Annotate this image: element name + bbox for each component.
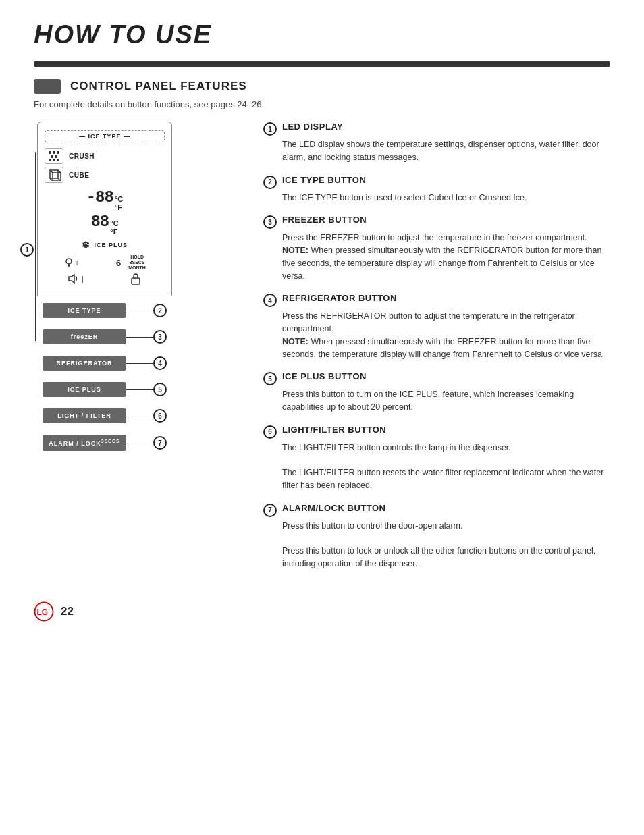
ice-plus-button[interactable]: ICE PLUS: [43, 382, 126, 397]
badge-4: 4: [153, 356, 167, 370]
temp-row-1: -88 °C °F: [45, 188, 165, 211]
svg-rect-2: [57, 151, 59, 154]
badge-1: 1: [20, 243, 34, 257]
feature-desc-7: Press this button to control the door-op…: [282, 520, 617, 570]
ice-type-section: — ICE TYPE —: [45, 130, 165, 142]
feature-header-1: 1 LED DISPLAY: [263, 122, 617, 136]
callout-line-2: [126, 311, 153, 311]
control-panel-diagram: — ICE TYPE —: [37, 122, 172, 460]
feature-desc-5: Press this button to turn on the ICE PLU…: [282, 388, 617, 414]
note-text-4: When pressed simultaneously with the FRE…: [282, 337, 604, 359]
section-header: CONTROL PANEL FEATURES: [34, 79, 610, 94]
filter-icon: 6: [115, 257, 126, 268]
callout-line-4: [126, 363, 153, 364]
svg-marker-12: [69, 275, 74, 283]
svg-point-8: [66, 259, 72, 264]
refrigerator-button[interactable]: REFRIGERATOR: [43, 356, 126, 371]
page-header: HOW TO USE: [0, 0, 644, 56]
callout-line-5: [126, 389, 153, 390]
feature-header-5: 5 ICE PLUS BUTTON: [263, 371, 617, 385]
feature-badge-2: 2: [263, 176, 277, 189]
cube-icon-box: [45, 167, 63, 183]
feature-ice-plus: 5 ICE PLUS BUTTON Press this button to t…: [263, 371, 617, 414]
crush-label: CRUSH: [69, 153, 95, 160]
crush-item: CRUSH: [45, 148, 165, 164]
feature-header-4: 4 REFRIGERATOR BUTTON: [263, 293, 617, 307]
feature-led-display: 1 LED DISPLAY The LED display shows the …: [263, 122, 617, 164]
temp2-digits: 88: [90, 213, 109, 231]
feature-badge-4: 4: [263, 294, 277, 307]
main-content: 1 — ICE TYPE —: [20, 122, 624, 581]
svg-text:6: 6: [116, 258, 121, 268]
filter-icon-group: 6 HOLD 3SECS MONTH: [115, 254, 146, 270]
feature-title-2: ICE TYPE BUTTON: [282, 175, 366, 185]
svg-rect-7: [57, 159, 59, 161]
svg-rect-1: [53, 151, 55, 154]
callout-line-7: [126, 443, 153, 443]
page-number: 22: [61, 605, 74, 618]
svg-rect-4: [55, 155, 57, 158]
light-filter-btn-row: LIGHT / FILTER 6: [43, 408, 167, 423]
feature-freezer: 3 FREEZER BUTTON Press the FREEZER butto…: [263, 215, 617, 282]
freezer-button[interactable]: freezER: [43, 329, 126, 344]
note-label-3: NOTE:: [282, 246, 308, 255]
temp1-units: °C °F: [115, 195, 123, 211]
left-panel: 1 — ICE TYPE —: [20, 122, 236, 581]
ice-type-button[interactable]: ICE TYPE: [43, 303, 126, 318]
note-text-3: When pressed simultaneously with the REF…: [282, 246, 601, 281]
feature-desc-2: The ICE TYPE button is used to select Cu…: [282, 192, 617, 205]
temp-row-2: 88 °C °F: [45, 213, 165, 236]
section-header-bar: [34, 79, 61, 94]
feature-refrigerator: 4 REFRIGERATOR BUTTON Press the REFRIGER…: [263, 293, 617, 360]
crush-icon-box: [45, 148, 63, 164]
temp1-digits: -88: [86, 188, 113, 207]
badge-7: 7: [153, 436, 167, 450]
cube-label: CUBE: [69, 171, 89, 179]
feature-title-4: REFRIGERATOR BUTTON: [282, 293, 397, 303]
lg-logo-icon: LG: [34, 601, 54, 622]
snowflake-icon: ❄: [82, 240, 90, 250]
callout-line-6: [126, 416, 153, 416]
feature-title-6: LIGHT/FILTER BUTTON: [282, 425, 386, 435]
feature-badge-3: 3: [263, 215, 277, 229]
light-filter-button[interactable]: LIGHT / FILTER: [43, 408, 126, 423]
subtitle-text: For complete details on button functions…: [34, 99, 610, 109]
feature-ice-type: 2 ICE TYPE BUTTON The ICE TYPE button is…: [263, 175, 617, 205]
buttons-area: ICE TYPE 2 freezER 3 REFRIGERATOR: [37, 296, 172, 460]
badge-6: 6: [153, 409, 167, 423]
svg-rect-6: [53, 159, 55, 161]
feature-desc-4: Press the REFRIGERATOR button to adjust …: [282, 310, 617, 360]
svg-rect-3: [51, 155, 53, 158]
bottom-icons-row2: |: [45, 273, 165, 285]
header-bar: [34, 61, 610, 67]
feature-title-3: FREEZER BUTTON: [282, 215, 367, 225]
lock-icon: [130, 273, 142, 285]
callout-line-3: [126, 337, 153, 338]
feature-badge-6: 6: [263, 425, 277, 439]
cube-item: CUBE: [45, 167, 165, 183]
feature-title-7: ALARM/LOCK BUTTON: [282, 503, 385, 513]
feature-title-5: ICE PLUS BUTTON: [282, 371, 367, 381]
feature-badge-7: 7: [263, 504, 277, 517]
lock-icon-group: [130, 273, 142, 285]
light-icon-group: |: [63, 257, 78, 268]
light-bulb-icon: [63, 257, 74, 268]
volume-icon: [68, 273, 80, 284]
svg-rect-13: [132, 278, 140, 284]
svg-rect-5: [49, 159, 51, 161]
page-title: HOW TO USE: [34, 20, 610, 49]
feature-badge-1: 1: [263, 122, 277, 136]
ice-type-label: — ICE TYPE —: [49, 133, 160, 140]
ice-plus-label: ICE PLUS: [94, 242, 128, 248]
feature-header-2: 2 ICE TYPE BUTTON: [263, 175, 617, 189]
bottom-icons-row1: | 6 HOLD 3SECS MONTH: [45, 254, 165, 270]
feature-header-3: 3 FREEZER BUTTON: [263, 215, 617, 229]
page-footer: LG 22: [0, 588, 644, 635]
temp-display: -88 °C °F 88 °C °F: [45, 188, 165, 236]
alarm-lock-button[interactable]: ALARM / LOCK3SECS: [43, 435, 126, 451]
feature-alarm-lock: 7 ALARM/LOCK BUTTON Press this button to…: [263, 503, 617, 570]
svg-rect-0: [49, 151, 51, 154]
badge-2: 2: [153, 304, 167, 317]
badge-5: 5: [153, 383, 167, 396]
feature-desc-1: The LED display shows the temperature se…: [282, 138, 617, 164]
